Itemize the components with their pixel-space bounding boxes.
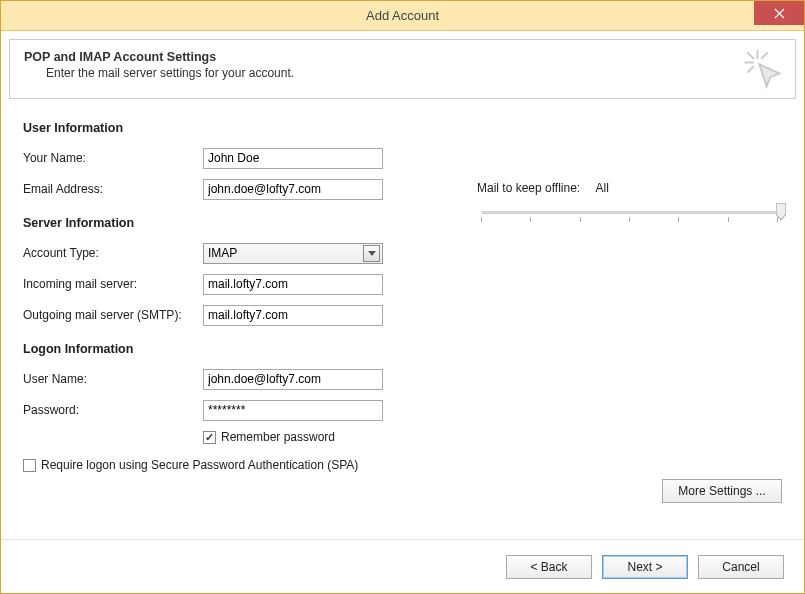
header-subtitle: Enter the mail server settings for your …: [46, 66, 781, 80]
remember-password-label: Remember password: [221, 430, 335, 444]
more-settings-button[interactable]: More Settings ...: [662, 479, 782, 503]
password-input[interactable]: [203, 400, 383, 421]
slider-ticks: [481, 217, 778, 223]
email-input[interactable]: [203, 179, 383, 200]
section-logon-info: Logon Information: [23, 342, 437, 356]
slider-track: [481, 211, 778, 214]
require-spa-label: Require logon using Secure Password Auth…: [41, 458, 358, 472]
svg-line-6: [747, 66, 753, 72]
title-bar: Add Account: [1, 1, 804, 31]
label-incoming-server: Incoming mail server:: [23, 277, 203, 291]
label-password: Password:: [23, 403, 203, 417]
require-spa-checkbox[interactable]: [23, 459, 36, 472]
remember-password-checkbox[interactable]: [203, 431, 216, 444]
label-email: Email Address:: [23, 182, 203, 196]
section-server-info: Server Information: [23, 216, 437, 230]
close-button[interactable]: [754, 1, 804, 25]
header-panel: POP and IMAP Account Settings Enter the …: [9, 39, 796, 99]
mail-offline-label: Mail to keep offline:: [477, 181, 580, 195]
label-your-name: Your Name:: [23, 151, 203, 165]
account-type-select[interactable]: IMAP: [203, 243, 383, 264]
header-title: POP and IMAP Account Settings: [24, 50, 781, 64]
dialog-footer: < Back Next > Cancel: [1, 539, 804, 593]
next-button[interactable]: Next >: [602, 555, 688, 579]
section-user-info: User Information: [23, 121, 437, 135]
incoming-server-input[interactable]: [203, 274, 383, 295]
svg-line-4: [747, 52, 753, 58]
dialog-body: User Information Your Name: Email Addres…: [1, 99, 804, 539]
mail-offline-slider[interactable]: [477, 203, 782, 233]
slider-thumb[interactable]: [776, 203, 786, 221]
account-type-value: IMAP: [208, 246, 363, 260]
left-column: User Information Your Name: Email Addres…: [23, 121, 437, 539]
cancel-button[interactable]: Cancel: [698, 555, 784, 579]
back-button[interactable]: < Back: [506, 555, 592, 579]
add-account-window: Add Account POP and IMAP Account Setting…: [0, 0, 805, 594]
right-column: Mail to keep offline: All: [477, 121, 782, 539]
outgoing-server-input[interactable]: [203, 305, 383, 326]
label-outgoing-server: Outgoing mail server (SMTP):: [23, 308, 203, 322]
account-type-dropdown-button[interactable]: [363, 245, 380, 262]
window-title: Add Account: [366, 8, 439, 23]
label-user-name: User Name:: [23, 372, 203, 386]
label-account-type: Account Type:: [23, 246, 203, 260]
close-icon: [774, 8, 785, 19]
chevron-down-icon: [368, 251, 376, 256]
user-name-input[interactable]: [203, 369, 383, 390]
svg-line-5: [761, 52, 767, 58]
cursor-click-icon: [741, 46, 785, 90]
mail-offline-value: All: [596, 181, 609, 195]
your-name-input[interactable]: [203, 148, 383, 169]
